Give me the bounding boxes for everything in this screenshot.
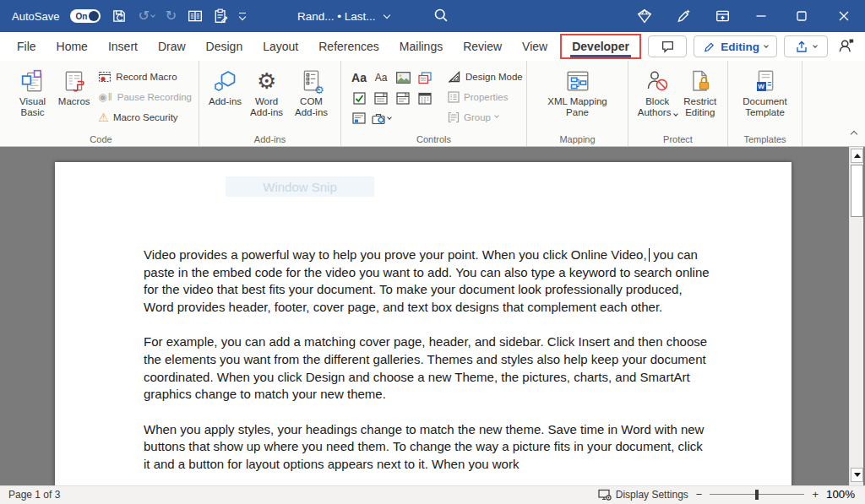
autosave-toggle[interactable]: On xyxy=(70,9,101,23)
zoom-slider[interactable] xyxy=(710,494,804,495)
tab-mailings[interactable]: Mailings xyxy=(389,33,453,60)
combo-box-control-button[interactable] xyxy=(371,89,391,107)
document-template-label: Document Template xyxy=(737,96,793,118)
restrict-editing-button[interactable]: Restrict Editing xyxy=(679,66,721,133)
status-bar: Page 1 of 3 Display Settings − + 100% xyxy=(0,485,865,504)
design-mode-label: Design Mode xyxy=(465,72,523,82)
people-button[interactable] xyxy=(838,37,855,56)
zoom-in-button[interactable]: + xyxy=(812,488,819,501)
clipboard-pen-icon xyxy=(214,8,228,24)
date-picker-control-button[interactable] xyxy=(415,89,435,107)
pen-sparkle-icon xyxy=(675,8,692,24)
tab-review[interactable]: Review xyxy=(453,33,512,60)
tab-design[interactable]: Design xyxy=(196,33,253,60)
display-settings-label: Display Settings xyxy=(616,489,688,501)
editing-mode-button[interactable]: Editing xyxy=(694,35,777,57)
rich-text-control-button[interactable]: Aa xyxy=(349,68,369,87)
paragraph-2: For example, you can add a matching cove… xyxy=(144,333,711,403)
tab-draw[interactable]: Draw xyxy=(148,33,196,60)
vertical-scrollbar[interactable] xyxy=(849,147,863,485)
editor-button[interactable] xyxy=(214,8,228,24)
tab-file[interactable]: File xyxy=(7,33,46,60)
comments-button[interactable] xyxy=(648,35,687,57)
save-button[interactable] xyxy=(112,8,127,24)
com-addins-button[interactable]: ⚙ COM Add-ins xyxy=(289,66,334,133)
search-button[interactable] xyxy=(432,7,449,26)
visual-basic-label: Visual Basic xyxy=(10,96,55,118)
tab-insert[interactable]: Insert xyxy=(98,33,148,60)
undo-button[interactable]: ↺ xyxy=(138,9,154,23)
group-templates: W Document Template Templates xyxy=(728,61,802,146)
chevron-down-icon xyxy=(673,111,678,117)
zoom-out-button[interactable]: − xyxy=(696,488,703,501)
addins-label: Add-ins xyxy=(209,96,242,107)
document-page[interactable]: Window Snip Video provides a powerful wa… xyxy=(55,162,792,485)
maximize-icon xyxy=(795,9,808,23)
tab-view[interactable]: View xyxy=(512,33,558,60)
document-template-button[interactable]: W Document Template xyxy=(737,66,793,133)
page-indicator[interactable]: Page 1 of 3 xyxy=(8,489,60,501)
tab-home[interactable]: Home xyxy=(46,33,98,60)
block-authors-button[interactable]: Block Authors xyxy=(635,66,679,133)
search-icon xyxy=(432,7,449,24)
group-label-controls: Controls xyxy=(341,134,526,144)
xml-mapping-pane-button[interactable]: XML Mapping Pane xyxy=(539,66,617,133)
chevron-down-icon xyxy=(494,113,499,118)
tab-references[interactable]: References xyxy=(308,33,389,60)
record-macro-button[interactable]: Record Macro xyxy=(98,68,192,85)
customize-toolbar-button[interactable] xyxy=(239,13,246,19)
pause-recording-icon: ◉‖ xyxy=(98,91,112,103)
pause-recording-button[interactable]: ◉‖ Pause Recording xyxy=(98,88,192,106)
undo-icon: ↺ xyxy=(138,9,149,23)
side-by-side-button[interactable] xyxy=(188,9,203,23)
plain-text-control-button[interactable]: Aa xyxy=(371,68,391,87)
word-badge-icon: W xyxy=(757,82,766,91)
ribbon-developer: Visual Basic Macros xyxy=(0,61,865,147)
premium-button[interactable] xyxy=(625,0,664,32)
checkbox-control-button[interactable] xyxy=(349,89,369,107)
redo-icon: ↻ xyxy=(166,9,177,23)
picture-control-button[interactable] xyxy=(393,68,413,87)
display-settings-button[interactable]: Display Settings xyxy=(598,487,688,502)
scrollbar-thumb[interactable] xyxy=(851,165,863,217)
developer-highlight-box: Developer xyxy=(560,34,641,59)
title-bar: AutoSave On ↺ ↻ xyxy=(0,0,865,32)
macro-security-button[interactable]: ⚠ Macro Security xyxy=(98,108,192,126)
properties-button[interactable]: Properties xyxy=(448,88,523,106)
combo-box-icon xyxy=(374,92,388,105)
ribbon-display-button[interactable] xyxy=(703,0,742,32)
minimize-button[interactable] xyxy=(742,0,781,32)
word-window: AutoSave On ↺ ↻ xyxy=(0,0,865,504)
collapse-ribbon-button[interactable] xyxy=(851,127,857,139)
close-button[interactable] xyxy=(823,0,865,32)
chevron-up-icon xyxy=(851,131,857,138)
record-macro-icon xyxy=(98,70,112,84)
tab-developer[interactable]: Developer xyxy=(570,39,631,54)
addins-button[interactable]: Add-ins xyxy=(206,66,244,133)
legacy-tools-button[interactable] xyxy=(367,109,395,127)
scroll-down-button[interactable] xyxy=(851,468,863,482)
comment-icon xyxy=(661,40,675,53)
copilot-button[interactable] xyxy=(664,0,703,32)
zoom-level[interactable]: 100% xyxy=(826,488,855,501)
building-block-gallery-button[interactable] xyxy=(415,68,435,87)
share-button[interactable] xyxy=(784,35,828,57)
redo-button[interactable]: ↻ xyxy=(166,9,177,23)
document-title[interactable]: Rand... • Last... xyxy=(297,0,389,32)
aa-plain-icon: Aa xyxy=(375,72,388,84)
maximize-button[interactable] xyxy=(781,0,823,32)
macros-button[interactable]: Macros xyxy=(55,66,93,133)
dropdown-list-control-button[interactable] xyxy=(393,89,413,107)
group-control-button[interactable]: Group xyxy=(448,108,523,126)
macros-icon xyxy=(62,68,87,94)
scroll-up-button[interactable] xyxy=(851,149,863,163)
visual-basic-button[interactable]: Visual Basic xyxy=(10,66,55,133)
zoom-slider-handle[interactable] xyxy=(755,490,759,500)
design-mode-button[interactable]: Design Mode xyxy=(448,68,523,85)
tab-layout[interactable]: Layout xyxy=(253,33,308,60)
ribbon-tabs: File Home Insert Draw Design Layout Refe… xyxy=(0,32,865,61)
paragraph-1-before-cursor: Video provides a powerful way to help yo… xyxy=(144,247,647,262)
chevron-down-icon xyxy=(383,11,389,18)
word-addins-button[interactable]: ⚙ Word Add-ins xyxy=(244,66,289,133)
com-addins-label: COM Add-ins xyxy=(289,96,334,118)
